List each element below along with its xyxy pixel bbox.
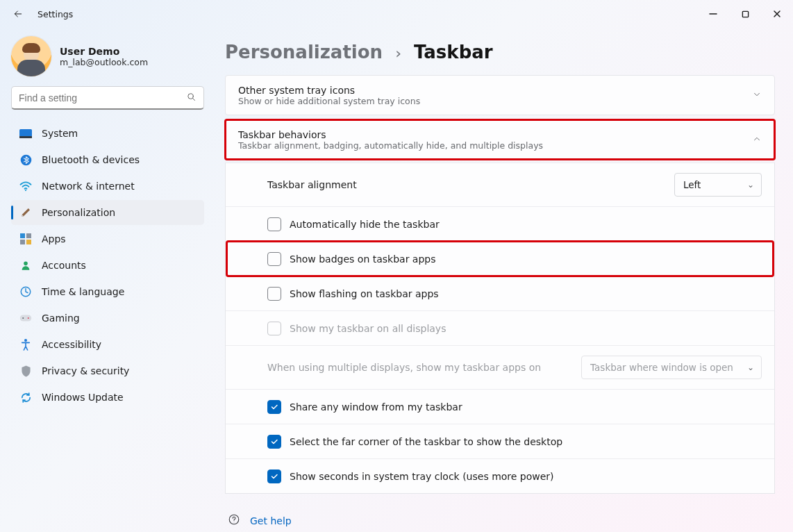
checkbox-flashing[interactable] bbox=[267, 287, 281, 301]
bluetooth-icon bbox=[19, 153, 32, 166]
svg-rect-8 bbox=[20, 240, 25, 244]
sidebar-item-label: Bluetooth & devices bbox=[42, 154, 140, 165]
sidebar-item-update[interactable]: Windows Update bbox=[11, 385, 204, 410]
panel-title: Other system tray icons bbox=[238, 85, 752, 96]
checkbox-all-displays bbox=[267, 322, 281, 335]
close-button[interactable] bbox=[761, 2, 793, 26]
svg-point-17 bbox=[234, 522, 235, 522]
row-flashing[interactable]: Show flashing on taskbar apps bbox=[226, 276, 774, 310]
panel-taskbar-behaviors-header[interactable]: Taskbar behaviors Taskbar alignment, bad… bbox=[226, 120, 774, 159]
share-window-label: Share any window from my taskbar bbox=[290, 401, 462, 413]
search-input[interactable] bbox=[19, 92, 186, 103]
row-auto-hide[interactable]: Automatically hide the taskbar bbox=[226, 206, 774, 241]
sidebar-item-gaming[interactable]: Gaming bbox=[11, 306, 204, 331]
sidebar-item-label: Gaming bbox=[42, 313, 80, 324]
user-account-block[interactable]: User Demo m_lab@outlook.com bbox=[11, 33, 204, 86]
badges-label: Show badges on taskbar apps bbox=[290, 253, 436, 265]
person-icon bbox=[19, 259, 32, 272]
sidebar: User Demo m_lab@outlook.com System Bluet… bbox=[0, 28, 215, 532]
seconds-label: Show seconds in system tray clock (uses … bbox=[290, 471, 554, 482]
get-help-label: Get help bbox=[250, 515, 292, 526]
svg-rect-0 bbox=[742, 11, 748, 17]
sidebar-item-label: Personalization bbox=[42, 207, 115, 218]
sidebar-item-network[interactable]: Network & internet bbox=[11, 174, 204, 199]
wifi-icon bbox=[19, 180, 32, 192]
get-help-link[interactable]: Get help bbox=[225, 497, 775, 528]
sidebar-nav: System Bluetooth & devices Network & int… bbox=[11, 121, 204, 410]
alignment-value: Left bbox=[683, 179, 701, 190]
checkbox-auto-hide[interactable] bbox=[267, 217, 281, 231]
svg-rect-9 bbox=[26, 240, 31, 244]
row-share-window[interactable]: Share any window from my taskbar bbox=[226, 389, 774, 424]
chevron-down-icon: ⌄ bbox=[747, 180, 754, 190]
panel-subtitle: Taskbar alignment, badging, automaticall… bbox=[238, 140, 752, 151]
sidebar-item-label: Apps bbox=[42, 233, 66, 244]
sidebar-item-system[interactable]: System bbox=[11, 121, 204, 146]
taskbar-behaviors-settings: Taskbar alignment Left ⌄ Automatically h… bbox=[225, 163, 775, 494]
panel-system-tray-icons[interactable]: Other system tray icons Show or hide add… bbox=[225, 75, 775, 115]
chevron-down-icon: ⌄ bbox=[747, 363, 754, 372]
far-corner-label: Select the far corner of the taskbar to … bbox=[290, 436, 562, 447]
sidebar-item-label: System bbox=[42, 128, 78, 139]
update-icon bbox=[19, 391, 32, 404]
arrow-left-icon bbox=[12, 8, 24, 19]
all-displays-label: Show my taskbar on all displays bbox=[290, 323, 446, 334]
sidebar-item-privacy[interactable]: Privacy & security bbox=[11, 358, 204, 383]
sidebar-item-accessibility[interactable]: Accessibility bbox=[11, 332, 204, 357]
minimize-icon bbox=[709, 10, 717, 18]
row-badges[interactable]: Show badges on taskbar apps bbox=[226, 241, 774, 276]
sidebar-item-label: Accessibility bbox=[42, 339, 101, 350]
back-button[interactable] bbox=[7, 3, 29, 25]
svg-rect-6 bbox=[20, 233, 25, 238]
svg-point-5 bbox=[25, 190, 26, 191]
breadcrumb-parent[interactable]: Personalization bbox=[225, 42, 383, 63]
checkbox-seconds[interactable] bbox=[267, 469, 281, 483]
clock-globe-icon bbox=[19, 285, 32, 298]
gamepad-icon bbox=[19, 312, 32, 324]
page-title: Taskbar bbox=[414, 42, 493, 63]
maximize-button[interactable] bbox=[729, 2, 761, 26]
checkbox-share-window[interactable] bbox=[267, 400, 281, 414]
system-icon bbox=[19, 127, 32, 140]
app-title: Settings bbox=[37, 9, 73, 19]
sidebar-item-label: Accounts bbox=[42, 260, 86, 271]
svg-rect-7 bbox=[26, 233, 31, 238]
alignment-label: Taskbar alignment bbox=[267, 179, 357, 190]
chevron-down-icon bbox=[752, 90, 762, 101]
row-seconds[interactable]: Show seconds in system tray clock (uses … bbox=[226, 458, 774, 493]
user-email: m_lab@outlook.com bbox=[60, 57, 148, 67]
sidebar-item-label: Network & internet bbox=[42, 181, 135, 192]
sidebar-item-time-language[interactable]: Time & language bbox=[11, 279, 204, 304]
apps-icon bbox=[19, 233, 32, 245]
auto-hide-label: Automatically hide the taskbar bbox=[290, 219, 440, 230]
row-multi-displays: When using multiple displays, show my ta… bbox=[226, 345, 774, 389]
minimize-button[interactable] bbox=[697, 2, 729, 26]
alignment-dropdown[interactable]: Left ⌄ bbox=[674, 173, 762, 197]
checkbox-badges[interactable] bbox=[267, 252, 281, 266]
sidebar-item-apps[interactable]: Apps bbox=[11, 226, 204, 251]
sidebar-item-accounts[interactable]: Accounts bbox=[11, 253, 204, 278]
sidebar-item-label: Privacy & security bbox=[42, 365, 129, 376]
sidebar-item-bluetooth[interactable]: Bluetooth & devices bbox=[11, 147, 204, 172]
multi-displays-label: When using multiple displays, show my ta… bbox=[267, 362, 541, 373]
multi-displays-value: Taskbar where window is open bbox=[590, 362, 733, 373]
svg-point-13 bbox=[22, 317, 24, 319]
svg-point-10 bbox=[24, 262, 28, 266]
row-all-displays: Show my taskbar on all displays bbox=[226, 310, 774, 345]
panel-subtitle: Show or hide additional system tray icon… bbox=[238, 96, 752, 106]
checkbox-far-corner[interactable] bbox=[267, 435, 281, 449]
brush-icon bbox=[19, 206, 32, 219]
search-box[interactable] bbox=[11, 86, 204, 110]
shield-icon bbox=[19, 365, 32, 377]
row-taskbar-alignment: Taskbar alignment Left ⌄ bbox=[226, 163, 774, 206]
sidebar-item-personalization[interactable]: Personalization bbox=[11, 200, 204, 225]
multi-displays-dropdown: Taskbar where window is open ⌄ bbox=[581, 356, 762, 379]
accessibility-icon bbox=[19, 338, 32, 351]
close-icon bbox=[773, 10, 781, 18]
search-icon bbox=[186, 92, 197, 104]
chevron-up-icon bbox=[752, 134, 762, 146]
sidebar-item-label: Time & language bbox=[42, 286, 124, 297]
row-far-corner[interactable]: Select the far corner of the taskbar to … bbox=[226, 424, 774, 458]
help-icon bbox=[228, 513, 240, 528]
maximize-icon bbox=[742, 10, 749, 18]
